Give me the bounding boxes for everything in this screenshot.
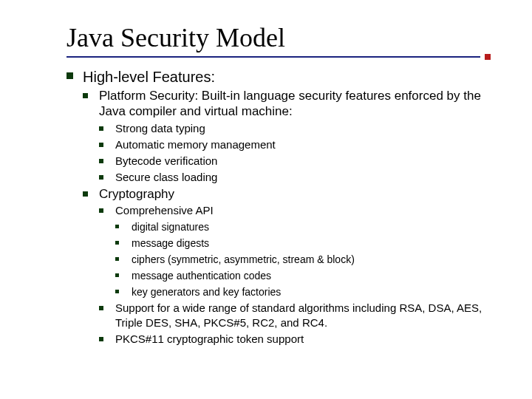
title-underline <box>66 56 480 58</box>
item-text: Automatic memory management <box>115 138 276 151</box>
item-text: Bytecode verification <box>115 154 217 167</box>
item-text: ciphers (symmetric, asymmetric, stream &… <box>132 253 355 265</box>
list-item: ciphers (symmetric, asymmetric, stream &… <box>115 252 502 267</box>
list-item: Comprehensive API digital signatures mes… <box>99 203 502 299</box>
bullet-icon <box>99 143 103 147</box>
item-text: Cryptography <box>99 187 174 201</box>
bullet-icon <box>115 273 119 277</box>
slide-content: High-level Features: Platform Security: … <box>66 68 502 347</box>
item-text: key generators and key factories <box>132 286 281 298</box>
bullet-icon <box>115 290 119 293</box>
item-text: Secure class loading <box>115 171 217 183</box>
list-item: key generators and key factories <box>115 284 502 299</box>
bullet-icon <box>99 306 103 310</box>
item-text: Support for a wide range of standard alg… <box>115 301 482 329</box>
bullet-icon <box>99 159 103 163</box>
item-text: Comprehensive API <box>115 204 214 216</box>
item-text: Strong data typing <box>115 122 205 134</box>
item-text: digital signatures <box>132 221 209 233</box>
list-item: digital signatures <box>115 219 502 234</box>
list-item: Bytecode verification <box>99 154 502 168</box>
list-item: message digests <box>115 236 502 250</box>
item-text: message authentication codes <box>132 270 271 282</box>
bullet-icon <box>99 337 103 341</box>
list-item: High-level Features: Platform Security: … <box>66 68 502 347</box>
list-item: PKCS#11 cryptographic token support <box>99 332 502 347</box>
bullet-icon <box>99 175 103 180</box>
bullet-icon <box>115 257 119 261</box>
bullet-icon <box>115 225 119 228</box>
bullet-icon <box>99 126 103 131</box>
item-text: Platform Security: Built-in language sec… <box>99 89 481 118</box>
item-text: message digests <box>132 237 209 249</box>
list-item: Secure class loading <box>99 170 502 185</box>
item-text: High-level Features: <box>83 69 215 85</box>
list-item: Strong data typing <box>99 121 502 136</box>
list-item: Support for a wide range of standard alg… <box>99 301 502 330</box>
bullet-icon <box>66 72 73 79</box>
slide: Java Security Model High-level Features:… <box>0 0 532 363</box>
bullet-icon <box>83 93 88 98</box>
item-text: PKCS#11 cryptographic token support <box>115 332 304 345</box>
slide-title: Java Security Model <box>66 22 502 53</box>
bullet-icon <box>99 208 103 213</box>
list-item: Platform Security: Built-in language sec… <box>83 88 502 185</box>
list-item: message authentication codes <box>115 268 502 283</box>
bullet-icon <box>83 191 88 197</box>
bullet-icon <box>115 241 119 245</box>
list-item: Cryptography Comprehensive API digital s… <box>83 186 502 347</box>
list-item: Automatic memory management <box>99 137 502 152</box>
